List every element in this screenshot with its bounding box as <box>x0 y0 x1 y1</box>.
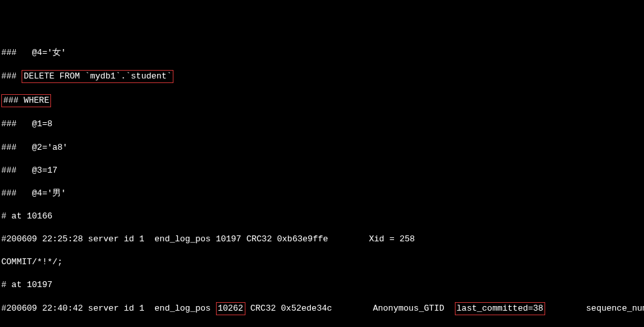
log-text: CRC32 0x52ede34c Anonymous_GTID <box>245 303 455 313</box>
log-line: ### @3=17 <box>0 165 644 177</box>
comment-prefix: ### <box>1 71 22 81</box>
highlight-where-clause: ### WHERE <box>1 94 51 107</box>
log-line: ### @4='男' <box>0 188 644 199</box>
log-line: ### WHERE <box>0 94 644 107</box>
log-line: ### @4='女' <box>0 47 644 59</box>
log-line: #200609 22:25:28 server id 1 end_log_pos… <box>0 233 644 245</box>
log-text: #200609 22:40:42 server id 1 end_log_pos <box>1 303 216 313</box>
log-line: #200609 22:40:42 server id 1 end_log_pos… <box>0 302 644 315</box>
highlight-delete-statement: DELETE FROM `mydb1`.`student` <box>22 70 173 83</box>
highlight-log-pos: 10262 <box>216 302 245 315</box>
log-line: # at 10197 <box>0 279 644 291</box>
log-text: sequence_number=39 <box>545 303 644 313</box>
log-line: ### @1=8 <box>0 118 644 130</box>
log-line: # at 10166 <box>0 211 644 222</box>
highlight-last-committed: last_committed=38 <box>455 302 546 315</box>
log-line: ### DELETE FROM `mydb1`.`student` <box>0 70 644 83</box>
log-line: COMMIT/*!*/; <box>0 256 644 268</box>
log-line: ### @2='a8' <box>0 142 644 154</box>
